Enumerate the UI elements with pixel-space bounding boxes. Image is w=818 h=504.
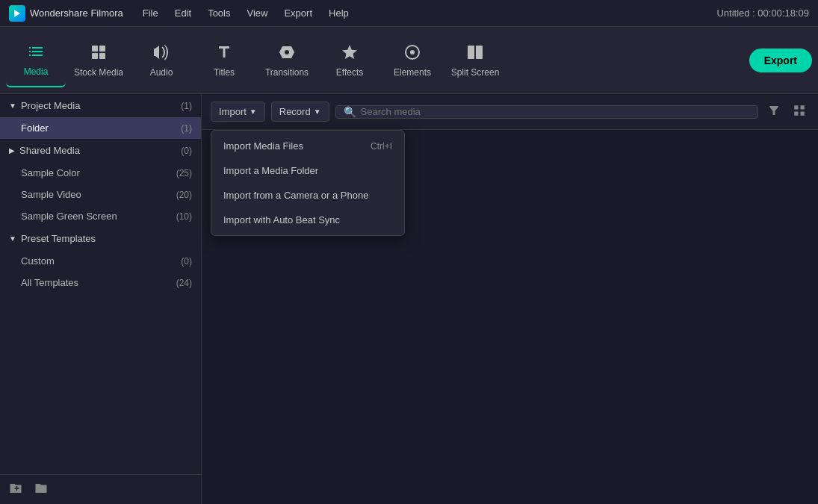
- transitions-icon: [278, 43, 296, 64]
- grid-icon[interactable]: [790, 101, 809, 123]
- dropdown-import-camera[interactable]: Import from a Camera or a Phone: [211, 183, 404, 208]
- elements-icon: [403, 43, 421, 64]
- project-media-label: Project Media: [21, 100, 80, 111]
- dropdown-import-folder[interactable]: Import a Media Folder: [211, 158, 404, 183]
- toolbar-media-label: Media: [24, 66, 49, 77]
- import-caret-icon: ▼: [250, 108, 257, 116]
- import-label: Import: [219, 106, 247, 117]
- all-templates-count: (24): [176, 278, 192, 288]
- sidebar-all-templates[interactable]: All Templates (24): [0, 272, 201, 293]
- content-area: Import ▼ Record ▼ 🔍: [202, 94, 818, 504]
- toolbar-transitions-label: Transitions: [265, 67, 309, 78]
- media-icon: [27, 43, 45, 63]
- toolbar-effects[interactable]: Effects: [320, 34, 379, 87]
- svg-rect-1: [92, 46, 98, 52]
- sidebar-custom[interactable]: Custom (0): [0, 250, 201, 272]
- svg-point-5: [410, 50, 415, 55]
- main-toolbar: Media Stock Media Audio Titles: [0, 27, 818, 94]
- sidebar-sample-video[interactable]: Sample Video (20): [0, 184, 201, 205]
- import-dropdown-menu: Import Media Files Ctrl+I Import a Media…: [211, 130, 405, 236]
- add-folder-icon[interactable]: [9, 482, 22, 498]
- app-logo: Wondershare Filmora: [9, 5, 123, 22]
- toolbar-stock-media[interactable]: Stock Media: [69, 34, 128, 87]
- search-input[interactable]: [361, 106, 750, 117]
- main-area: ▼ Project Media (1) Folder (1) ▶ Shared …: [0, 94, 818, 504]
- dropdown-import-beat-sync[interactable]: Import with Auto Beat Sync: [211, 208, 404, 232]
- sample-video-label: Sample Video: [21, 189, 81, 200]
- sample-green-screen-label: Sample Green Screen: [21, 211, 117, 222]
- svg-rect-4: [99, 53, 105, 59]
- import-files-label: Import Media Files: [223, 140, 303, 152]
- menu-bar: Wondershare Filmora File Edit Tools View…: [0, 0, 818, 27]
- chevron-down-icon-2: ▼: [9, 234, 16, 243]
- toolbar-stock-media-label: Stock Media: [74, 67, 123, 78]
- record-caret-icon: ▼: [314, 108, 321, 116]
- menu-tools[interactable]: Tools: [200, 4, 238, 22]
- sidebar-preset-templates[interactable]: ▼ Preset Templates: [0, 227, 201, 250]
- app-name-label: Wondershare Filmora: [30, 7, 123, 19]
- toolbar-elements-label: Elements: [394, 67, 431, 78]
- preset-templates-label: Preset Templates: [21, 233, 96, 244]
- sample-video-count: (20): [176, 190, 192, 200]
- toolbar-audio-label: Audio: [150, 67, 173, 78]
- filter-icon[interactable]: [764, 101, 784, 123]
- custom-count: (0): [181, 256, 192, 267]
- toolbar-media[interactable]: Media: [6, 34, 66, 87]
- toolbar-titles-label: Titles: [214, 67, 235, 78]
- chevron-right-icon: ▶: [9, 146, 15, 155]
- record-button[interactable]: Record ▼: [271, 102, 329, 122]
- app-logo-icon: [9, 5, 25, 22]
- toolbar-elements[interactable]: Elements: [382, 34, 442, 87]
- sample-color-count: (25): [176, 168, 192, 178]
- project-title: Untitled : 00:00:18:09: [716, 7, 809, 19]
- sidebar-shared-media[interactable]: ▶ Shared Media (0): [0, 139, 201, 162]
- custom-label: Custom: [21, 255, 55, 267]
- import-files-shortcut: Ctrl+I: [371, 141, 392, 152]
- split-screen-icon: [466, 43, 484, 64]
- toolbar-effects-label: Effects: [336, 67, 363, 78]
- menu-view[interactable]: View: [239, 4, 275, 22]
- shared-media-count: (0): [181, 146, 192, 156]
- all-templates-label: All Templates: [21, 277, 78, 288]
- svg-rect-7: [476, 46, 483, 59]
- import-button[interactable]: Import ▼: [211, 102, 265, 122]
- sidebar: ▼ Project Media (1) Folder (1) ▶ Shared …: [0, 94, 202, 504]
- import-beat-sync-label: Import with Auto Beat Sync: [223, 214, 340, 225]
- import-camera-label: Import from a Camera or a Phone: [223, 190, 368, 201]
- menu-help[interactable]: Help: [321, 4, 356, 22]
- folder-count: (1): [181, 123, 192, 134]
- sidebar-project-media[interactable]: ▼ Project Media (1): [0, 94, 201, 117]
- import-folder-label: Import a Media Folder: [223, 165, 318, 176]
- search-bar: 🔍: [335, 105, 758, 119]
- toolbar-split-screen[interactable]: Split Screen: [445, 34, 505, 87]
- svg-rect-3: [92, 53, 98, 59]
- toolbar-transitions[interactable]: Transitions: [257, 34, 317, 87]
- folder-icon[interactable]: [34, 482, 48, 498]
- menu-edit[interactable]: Edit: [167, 4, 199, 22]
- export-button[interactable]: Export: [749, 49, 812, 72]
- sidebar-bottom: [0, 474, 202, 504]
- sidebar-folder[interactable]: Folder (1): [0, 117, 201, 139]
- toolbar-audio[interactable]: Audio: [131, 34, 191, 87]
- effects-icon: [341, 43, 359, 64]
- svg-rect-6: [468, 46, 474, 59]
- svg-marker-0: [14, 10, 20, 17]
- shared-media-label: Shared Media: [19, 145, 80, 156]
- stock-media-icon: [90, 43, 108, 64]
- menu-items: File Edit Tools View Export Help: [135, 4, 356, 22]
- menu-export[interactable]: Export: [276, 4, 320, 22]
- sidebar-sample-green-screen[interactable]: Sample Green Screen (10): [0, 205, 201, 227]
- toolbar-titles[interactable]: Titles: [194, 34, 254, 87]
- audio-icon: [152, 43, 170, 64]
- menu-file[interactable]: File: [135, 4, 166, 22]
- chevron-down-icon: ▼: [9, 102, 16, 110]
- folder-label: Folder: [21, 122, 49, 134]
- project-media-count: (1): [181, 101, 192, 111]
- sidebar-sample-color[interactable]: Sample Color (25): [0, 162, 201, 184]
- content-toolbar: Import ▼ Record ▼ 🔍: [202, 94, 818, 130]
- svg-rect-2: [99, 46, 105, 52]
- record-label: Record: [279, 106, 311, 117]
- toolbar-split-screen-label: Split Screen: [451, 67, 500, 78]
- dropdown-import-files[interactable]: Import Media Files Ctrl+I: [211, 134, 404, 158]
- titles-icon: [215, 43, 233, 64]
